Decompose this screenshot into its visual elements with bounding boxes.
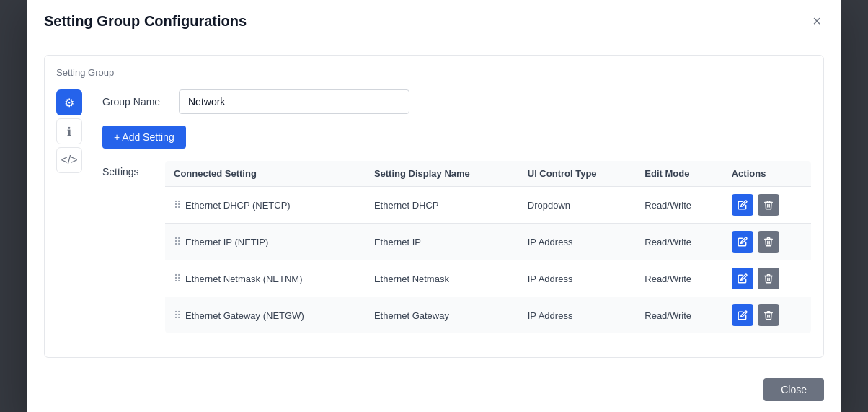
- setting-group-section: Setting Group ⚙ ℹ </> Group Name: [44, 55, 824, 358]
- col-actions: Actions: [723, 161, 812, 187]
- cell-edit-mode: Read/Write: [636, 187, 722, 224]
- cell-actions: [723, 260, 812, 297]
- table-row: ⠿ Ethernet Netmask (NETNM) Ethernet Netm…: [165, 260, 812, 297]
- col-display-name: Setting Display Name: [366, 161, 519, 187]
- edit-button[interactable]: [732, 304, 753, 326]
- modal-title: Setting Group Configurations: [44, 13, 247, 30]
- drag-handle-icon[interactable]: ⠿: [174, 310, 181, 321]
- cell-edit-mode: Read/Write: [636, 297, 722, 334]
- sidebar-tabs: ⚙ ℹ </>: [56, 89, 85, 173]
- cell-control-type: IP Address: [519, 297, 637, 334]
- edit-button[interactable]: [732, 268, 753, 289]
- cell-connected-setting: ⠿ Ethernet IP (NETIP): [165, 224, 366, 260]
- cell-display-name: Ethernet DHCP: [366, 187, 519, 224]
- drag-handle-icon[interactable]: ⠿: [174, 236, 181, 247]
- footer-close-button[interactable]: Close: [763, 378, 824, 401]
- tab-code[interactable]: </>: [56, 147, 82, 173]
- table-row: ⠿ Ethernet DHCP (NETCP) Ethernet DHCP Dr…: [165, 187, 812, 224]
- connected-setting-value: Ethernet Gateway (NETGW): [185, 310, 304, 321]
- cell-display-name: Ethernet IP: [366, 224, 519, 260]
- cell-display-name: Ethernet Gateway: [366, 297, 519, 334]
- cell-actions: [723, 297, 812, 334]
- form-row: ⚙ ℹ </> Group Name + Add Setting: [56, 89, 812, 334]
- delete-button[interactable]: [758, 194, 779, 216]
- delete-button[interactable]: [758, 231, 779, 253]
- connected-setting-value: Ethernet Netmask (NETNM): [185, 273, 303, 284]
- settings-content: Settings Connected Setting Setting Displ…: [102, 160, 812, 334]
- modal-close-button[interactable]: ×: [810, 11, 824, 31]
- settings-table-wrap: Connected Setting Setting Display Name U…: [164, 160, 812, 334]
- cell-control-type: Dropdown: [519, 187, 637, 224]
- tab-gear[interactable]: ⚙: [56, 89, 82, 115]
- group-name-input[interactable]: [179, 89, 409, 114]
- group-name-row: Group Name: [102, 89, 812, 114]
- group-name-label: Group Name: [102, 96, 167, 108]
- modal-footer: Close: [27, 369, 841, 412]
- cell-display-name: Ethernet Netmask: [366, 260, 519, 297]
- cell-connected-setting: ⠿ Ethernet Gateway (NETGW): [165, 297, 366, 334]
- edit-button[interactable]: [732, 194, 753, 216]
- cell-connected-setting: ⠿ Ethernet Netmask (NETNM): [165, 260, 366, 297]
- col-control-type: UI Control Type: [519, 161, 637, 187]
- drag-handle-icon[interactable]: ⠿: [174, 273, 181, 284]
- drag-handle-icon[interactable]: ⠿: [174, 199, 181, 211]
- modal-header: Setting Group Configurations ×: [27, 0, 841, 43]
- cell-actions: [723, 187, 812, 224]
- col-connected-setting: Connected Setting: [165, 161, 366, 187]
- cell-actions: [723, 224, 812, 260]
- cell-control-type: IP Address: [519, 224, 637, 260]
- cell-control-type: IP Address: [519, 260, 637, 297]
- table-header-row: Connected Setting Setting Display Name U…: [165, 161, 812, 187]
- table-row: ⠿ Ethernet IP (NETIP) Ethernet IP IP Add…: [165, 224, 812, 260]
- form-main: Group Name + Add Setting Settings: [102, 89, 812, 334]
- tab-info[interactable]: ℹ: [56, 118, 82, 144]
- delete-button[interactable]: [758, 304, 779, 326]
- settings-table: Connected Setting Setting Display Name U…: [164, 160, 812, 334]
- modal-dialog: Setting Group Configurations × Setting G…: [27, 0, 841, 412]
- delete-button[interactable]: [758, 268, 779, 289]
- col-edit-mode: Edit Mode: [636, 161, 722, 187]
- cell-edit-mode: Read/Write: [636, 224, 722, 260]
- connected-setting-value: Ethernet IP (NETIP): [185, 237, 268, 247]
- section-label: Setting Group: [56, 67, 812, 78]
- settings-label: Settings: [102, 160, 153, 334]
- cell-connected-setting: ⠿ Ethernet DHCP (NETCP): [165, 187, 366, 224]
- edit-button[interactable]: [732, 231, 753, 253]
- cell-edit-mode: Read/Write: [636, 260, 722, 297]
- connected-setting-value: Ethernet DHCP (NETCP): [185, 200, 291, 211]
- modal-body: Setting Group ⚙ ℹ </> Group Name: [27, 43, 841, 369]
- table-row: ⠿ Ethernet Gateway (NETGW) Ethernet Gate…: [165, 297, 812, 334]
- add-setting-button[interactable]: + Add Setting: [102, 126, 186, 149]
